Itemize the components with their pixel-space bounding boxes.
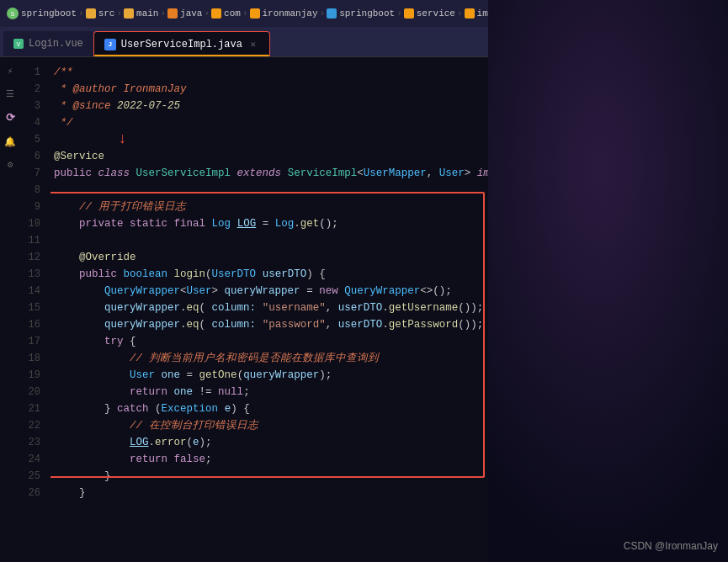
code-line-11	[54, 232, 481, 249]
folder-service-icon	[404, 8, 414, 19]
vue-icon: V	[13, 39, 24, 49]
code-line-23: LOG.error(e);	[54, 434, 481, 451]
tab-login-vue-label: Login.vue	[29, 38, 83, 50]
breadcrumb-item-ironmanjay: ironmanjay	[250, 8, 318, 19]
code-line-10: private static final Log LOG = Log.get()…	[54, 215, 481, 232]
activity-bar: ⚡ ☰ ⟳ 🔔 ⚙	[0, 57, 20, 562]
code-line-18: // 判断当前用户名和密码是否能在数据库中查询到	[54, 350, 481, 367]
code-line-9: // 用于打印错误日志	[54, 199, 481, 215]
breadcrumb-item-service: service	[404, 8, 455, 19]
folder-src-icon	[86, 8, 96, 19]
breadcrumb-java-label: java	[180, 8, 202, 19]
breadcrumb-item-impl: impl	[465, 8, 488, 19]
breadcrumb-src-label: src	[98, 8, 115, 19]
code-line-22: // 在控制台打印错误日志	[54, 417, 481, 434]
folder-com-icon	[211, 8, 221, 19]
line-num-16: 16	[24, 316, 47, 333]
breadcrumb-impl-label: impl	[477, 8, 488, 19]
code-line-24: return false;	[54, 451, 481, 468]
line-num-11: 11	[24, 232, 47, 249]
breadcrumb-service-label: service	[417, 8, 455, 19]
line-num-12: 12	[24, 249, 47, 266]
line-num-7: 7	[24, 165, 47, 182]
code-line-19: User one = getOne(queryWrapper);	[54, 367, 481, 384]
line-num-26: 26	[24, 485, 47, 501]
tab-userserviceimpl-java[interactable]: J UserServiceImpl.java ✕	[93, 31, 270, 56]
line-num-2: 2	[24, 81, 47, 98]
code-line-15: queryWrapper.eq( column: "username", use…	[54, 300, 481, 316]
tab-userserviceimpl-label: UserServiceImpl.java	[121, 39, 242, 50]
code-line-25: }	[54, 468, 481, 485]
sidebar-icon-5[interactable]: ⚙	[8, 159, 13, 170]
line-num-25: 25	[24, 468, 47, 485]
breadcrumb-item-springboot: S springboot	[7, 8, 77, 19]
line-num-17: 17	[24, 333, 47, 350]
code-text: /** * @author IronmanJay * @since 2022-0…	[50, 57, 488, 562]
csdn-watermark: CSDN @IronmanJay	[624, 540, 718, 552]
sidebar-icon-3[interactable]: ⟳	[6, 111, 15, 125]
line-num-15: 15	[24, 300, 47, 316]
line-num-24: 24	[24, 451, 47, 468]
line-numbers: 1 2 3 4 5 6 7 8 9 10 11 12 13 14 15 16 1…	[20, 57, 50, 562]
editor-container: S springboot › src › main › java › com ›…	[0, 0, 488, 562]
sidebar-icon-4[interactable]: 🔔	[4, 136, 16, 147]
line-num-23: 23	[24, 434, 47, 451]
line-num-20: 20	[24, 384, 47, 400]
breadcrumb-item-java: java	[167, 8, 202, 19]
code-line-16: queryWrapper.eq( column: "password", use…	[54, 316, 481, 333]
code-line-14: QueryWrapper<User> queryWrapper = new Qu…	[54, 283, 481, 300]
line-num-13: 13	[24, 266, 47, 283]
line-num-6: 6	[24, 148, 47, 165]
code-line-26: }	[54, 485, 481, 501]
breadcrumb-main-label: main	[136, 8, 158, 19]
breadcrumb-bar: S springboot › src › main › java › com ›…	[0, 0, 488, 27]
breadcrumb-com-label: com	[224, 8, 241, 19]
code-line-13: public boolean login(UserDTO userDTO) {	[54, 266, 481, 283]
code-editor-area: ⚡ ☰ ⟳ 🔔 ⚙ 1 2 3 4 5 6 7 8 9 10 11 12 13 …	[0, 57, 488, 562]
folder-java-icon	[167, 8, 178, 19]
code-line-8	[54, 182, 481, 199]
arrow-indicator: ↓	[118, 130, 127, 147]
breadcrumb-springboot2-label: springboot	[339, 8, 395, 19]
code-line-17: try {	[54, 333, 481, 350]
breadcrumb-springboot-label: springboot	[21, 8, 77, 19]
java-icon: J	[104, 39, 116, 50]
tab-login-vue[interactable]: V Login.vue	[3, 31, 93, 56]
line-num-8: 8	[24, 182, 47, 199]
tab-close-button[interactable]: ✕	[247, 39, 259, 50]
line-num-1: 1	[24, 64, 47, 81]
breadcrumb-item-com: com	[211, 8, 241, 19]
breadcrumb-ironmanjay-label: ironmanjay	[263, 8, 318, 19]
line-num-5: 5	[24, 131, 47, 148]
code-line-2: * @author IronmanJay	[54, 81, 481, 98]
sidebar-icon-2[interactable]: ☰	[6, 88, 14, 99]
line-num-9: 9	[24, 199, 47, 215]
code-line-20: return one != null;	[54, 384, 481, 400]
sidebar-icon-1[interactable]: ⚡	[8, 66, 13, 77]
code-line-4: */	[54, 114, 481, 131]
breadcrumb-item-springboot2: springboot	[327, 8, 395, 19]
line-num-14: 14	[24, 283, 47, 300]
folder-impl-icon	[465, 8, 475, 19]
code-line-21: } catch (Exception e) {	[54, 400, 481, 417]
breadcrumb-item-src: src	[86, 8, 115, 19]
line-num-19: 19	[24, 367, 47, 384]
code-line-6: @Service	[54, 148, 481, 165]
line-num-21: 21	[24, 400, 47, 417]
line-num-18: 18	[24, 350, 47, 367]
tab-active-underline	[94, 55, 269, 56]
line-num-4: 4	[24, 114, 47, 131]
code-line-12: @Override	[54, 249, 481, 266]
line-num-22: 22	[24, 417, 47, 434]
code-line-3: * @since 2022-07-25	[54, 98, 481, 114]
line-num-10: 10	[24, 215, 47, 232]
line-num-3: 3	[24, 98, 47, 114]
folder-springboot2-icon	[327, 8, 337, 19]
folder-main-icon	[124, 8, 134, 19]
tab-bar: V Login.vue J UserServiceImpl.java ✕	[0, 27, 488, 57]
breadcrumb-item-main: main	[124, 8, 158, 19]
springboot-icon: S	[7, 8, 19, 19]
folder-ironmanjay-icon	[250, 8, 260, 19]
code-line-7: public class UserServiceImpl extends Ser…	[54, 165, 481, 182]
code-line-1: /**	[54, 64, 481, 81]
